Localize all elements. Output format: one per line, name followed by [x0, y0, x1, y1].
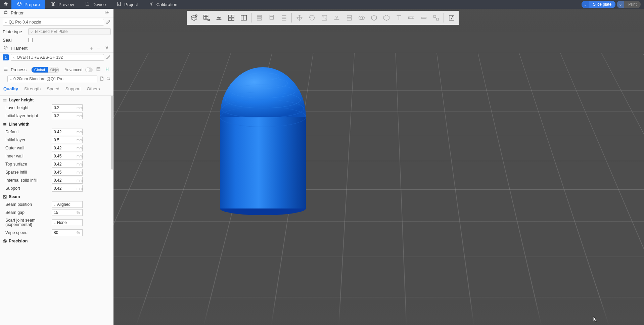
filament-add-icon[interactable]: + [89, 45, 93, 52]
tab-calibration[interactable]: Calibration [143, 0, 183, 9]
filament-color-badge[interactable]: 1 [3, 54, 9, 60]
slice-dropdown-chevron[interactable]: ⌵ [582, 1, 589, 8]
cut-icon [343, 12, 355, 24]
color-painting-icon [380, 12, 393, 24]
device-icon [85, 1, 90, 7]
process-tabs: QualityStrengthSpeedSupportOthers [0, 84, 113, 96]
process-list-icon[interactable] [95, 66, 101, 73]
global-objects-toggle[interactable]: Global Objects [31, 67, 59, 73]
svg-rect-22 [257, 15, 261, 17]
scale-icon [318, 12, 330, 24]
model-object[interactable] [216, 59, 310, 217]
process-tab-support[interactable]: Support [65, 86, 81, 93]
filament-section-header: Filament + − [0, 44, 113, 53]
group-header-seam[interactable]: Seam [0, 192, 113, 200]
move-icon [293, 12, 306, 24]
group-header-layer-height[interactable]: Layer height [0, 96, 113, 104]
svg-rect-37 [220, 116, 306, 208]
group-header-precision[interactable]: Precision [0, 237, 113, 245]
assembly-view-icon[interactable] [445, 12, 458, 24]
param-input[interactable]: Aligned [52, 201, 83, 208]
group-header-line-width[interactable]: Line width [0, 120, 113, 128]
svg-rect-24 [257, 19, 261, 20]
svg-point-9 [107, 77, 109, 79]
param-seam-position: Seam positionAligned [0, 200, 113, 208]
svg-rect-31 [408, 17, 414, 19]
seal-checkbox[interactable] [28, 38, 33, 42]
auto-orient-icon[interactable] [213, 12, 225, 24]
cursor-icon [593, 316, 598, 324]
svg-rect-0 [86, 2, 89, 6]
add-cube-icon[interactable] [188, 12, 200, 24]
filament-edit-icon[interactable] [106, 55, 111, 60]
slice-plate-label: Slice plate [589, 2, 615, 7]
flatten-icon [330, 12, 343, 24]
rotate-icon [306, 12, 318, 24]
print-button[interactable]: ⌵ Print [617, 1, 641, 8]
advanced-label: Advanced [64, 67, 82, 72]
param-support: Support0.42mm [0, 184, 113, 192]
settings-sidebar: Printer Q1 Pro 0.4 nozzle Plate type Tex… [0, 9, 113, 325]
slice-plate-button[interactable]: ⌵ Slice plate [582, 1, 615, 8]
top-menu-bar: PreparePreviewDeviceProjectCalibration ⌵… [0, 0, 644, 9]
printer-settings-gear-icon[interactable] [104, 9, 110, 17]
svg-rect-32 [421, 17, 426, 18]
mesh-boolean-icon [355, 12, 368, 24]
filament-icon [3, 45, 8, 51]
assembly-minus-icon [417, 12, 430, 24]
assembly-icon [430, 12, 442, 24]
filament-select[interactable]: OVERTURE ABS-GF 132 [11, 54, 104, 61]
viewport-toolbar [187, 11, 459, 25]
svg-rect-23 [257, 17, 261, 18]
printer-icon [3, 10, 8, 16]
process-tab-strength[interactable]: Strength [24, 86, 41, 93]
tab-preview[interactable]: Preview [45, 0, 79, 9]
process-icon [3, 67, 8, 73]
tab-prepare[interactable]: Prepare [11, 0, 45, 9]
printer-preset-edit-icon[interactable] [106, 19, 111, 25]
process-preset-select[interactable]: 0.20mm Standard @Q1 Pro [7, 76, 97, 82]
plate-type-label: Plate type [3, 29, 26, 34]
svg-rect-28 [347, 18, 351, 20]
home-button[interactable] [0, 0, 11, 9]
plate-type-select[interactable]: Textured PEI Plate [28, 28, 111, 35]
process-tab-others[interactable]: Others [87, 86, 100, 93]
split-icon[interactable] [237, 12, 250, 24]
svg-rect-19 [228, 18, 231, 20]
process-section-header: Process Global Objects Advanced [0, 65, 113, 74]
svg-point-6 [5, 47, 6, 48]
paint-seam-icon [278, 12, 290, 24]
3d-viewport[interactable] [113, 9, 644, 325]
svg-rect-33 [433, 15, 435, 17]
print-label: Print [624, 2, 641, 7]
process-tab-quality[interactable]: Quality [3, 86, 18, 93]
tab-device[interactable]: Device [80, 0, 111, 9]
svg-point-13 [5, 241, 5, 241]
tab-project[interactable]: Project [111, 0, 143, 9]
svg-rect-8 [97, 67, 100, 71]
filament-settings-gear-icon[interactable] [104, 45, 110, 52]
param-seam-gap: Seam gap15% [0, 208, 113, 217]
note-icon [117, 1, 122, 7]
printer-preset-select[interactable]: Q1 Pro 0.4 nozzle [3, 19, 104, 26]
advanced-toggle[interactable] [85, 67, 93, 72]
param-default: Default0.42mm [0, 128, 113, 136]
svg-rect-17 [228, 15, 231, 17]
filament-title: Filament [11, 46, 86, 51]
home-icon [3, 1, 8, 7]
param-inner-wall: Inner wall0.45mm [0, 152, 113, 160]
param-input[interactable]: None [52, 219, 83, 226]
filament-remove-icon[interactable]: − [96, 44, 101, 52]
scrollbar-thumb[interactable] [111, 96, 113, 170]
process-save-icon[interactable] [99, 76, 104, 82]
svg-point-2 [150, 3, 152, 5]
svg-rect-27 [347, 15, 351, 17]
add-plate-icon[interactable] [200, 12, 213, 24]
process-compare-icon[interactable] [104, 66, 110, 73]
process-search-icon[interactable] [106, 76, 111, 82]
print-dropdown-chevron[interactable]: ⌵ [617, 1, 624, 8]
process-tab-speed[interactable]: Speed [47, 86, 59, 93]
printer-section-header: Printer [0, 9, 113, 17]
arrange-icon[interactable] [225, 12, 237, 24]
cube-layers-icon [17, 1, 22, 7]
